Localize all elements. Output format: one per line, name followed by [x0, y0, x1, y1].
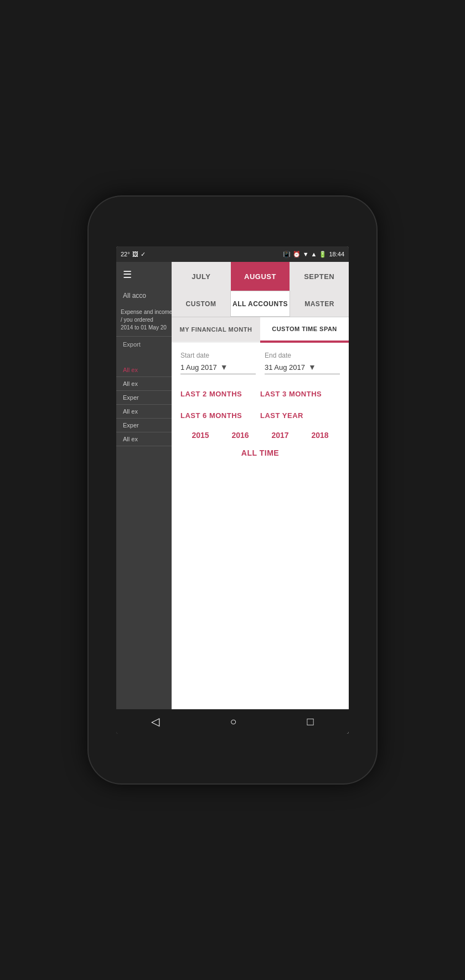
temperature: 22° — [121, 251, 130, 257]
tab-financial-month[interactable]: MY FINANCIAL MONTH — [172, 317, 260, 342]
end-date-arrow: ▼ — [308, 363, 316, 372]
image-icon: 🖼 — [132, 251, 138, 257]
last-2-months-button[interactable]: LAST 2 MONTHS — [180, 388, 260, 400]
account-tabs: CUSTOM ALL ACCOUNTS MASTER — [172, 291, 349, 317]
home-button[interactable]: ○ — [230, 715, 236, 728]
bottom-nav: ◁ ○ □ — [116, 709, 349, 734]
tab-all-accounts[interactable]: ALL ACCOUNTS — [230, 291, 290, 317]
year-2016-button[interactable]: 2016 — [231, 431, 249, 440]
end-date-label: End date — [265, 352, 340, 359]
menu-icon[interactable]: ☰ — [116, 262, 177, 287]
phone-screen: 22° 🖼 ✓ 📳 ⏰ ▼ ▲ 🔋 18:44 ☰ All acco Expen… — [116, 246, 349, 734]
tab-september[interactable]: SEPTEN — [290, 262, 349, 291]
tab-custom-time-span[interactable]: CUSTOM TIME SPAN — [260, 317, 349, 342]
signal-icon: ✓ — [141, 251, 146, 258]
end-date-field: End date 31 Aug 2017 ▼ — [265, 352, 340, 374]
all-time-button[interactable]: ALL TIME — [241, 448, 279, 457]
end-date-selector[interactable]: 31 Aug 2017 ▼ — [265, 363, 340, 374]
status-left: 22° 🖼 ✓ — [121, 251, 146, 258]
sidebar-item-3[interactable]: Exper — [116, 391, 177, 405]
quick-btn-row-2: LAST 6 MONTHS LAST YEAR — [180, 409, 340, 422]
sidebar-item-4[interactable]: All ex — [116, 405, 177, 419]
year-row: 2015 2016 2017 2018 — [180, 431, 340, 440]
sidebar-bg-text2: 2014 to 01 May 20 — [121, 324, 173, 332]
sidebar-item-1[interactable]: All ex — [116, 363, 177, 377]
clock: 18:44 — [329, 251, 344, 257]
tab-july[interactable]: JULY — [172, 262, 231, 291]
start-date-value: 1 Aug 2017 — [180, 363, 217, 372]
phone-device: 22° 🖼 ✓ 📳 ⏰ ▼ ▲ 🔋 18:44 ☰ All acco Expen… — [89, 197, 376, 783]
status-bar: 22° 🖼 ✓ 📳 ⏰ ▼ ▲ 🔋 18:44 — [116, 246, 349, 262]
tab-august[interactable]: AUGUST — [231, 262, 290, 291]
date-row: Start date 1 Aug 2017 ▼ End date 31 Aug … — [180, 352, 340, 374]
network-icon: ▲ — [311, 251, 317, 257]
sidebar-items: All ex All ex Exper All ex Exper All ex — [116, 363, 177, 446]
year-2015-button[interactable]: 2015 — [192, 431, 209, 440]
year-2017-button[interactable]: 2017 — [271, 431, 288, 440]
end-date-value: 31 Aug 2017 — [265, 363, 305, 372]
start-date-field: Start date 1 Aug 2017 ▼ — [180, 352, 256, 374]
last-3-months-button[interactable]: LAST 3 MONTHS — [260, 388, 340, 400]
modal-panel: JULY AUGUST SEPTEN CUSTOM ALL ACCOUNTS M… — [172, 262, 349, 734]
vibrate-icon: 📳 — [283, 251, 291, 258]
quick-btn-row-1: LAST 2 MONTHS LAST 3 MONTHS — [180, 388, 340, 400]
filter-tabs: MY FINANCIAL MONTH CUSTOM TIME SPAN — [172, 317, 349, 342]
custom-time-content: Start date 1 Aug 2017 ▼ End date 31 Aug … — [172, 343, 349, 734]
tab-master[interactable]: MASTER — [290, 291, 349, 317]
sidebar-bg-text: Expense and income / you ordered — [121, 308, 173, 324]
back-button[interactable]: ◁ — [151, 715, 159, 728]
tab-custom[interactable]: CUSTOM — [172, 291, 230, 317]
sidebar-item-6[interactable]: All ex — [116, 432, 177, 446]
sidebar-all-accounts: All acco — [116, 287, 177, 304]
start-date-selector[interactable]: 1 Aug 2017 ▼ — [180, 363, 256, 374]
sidebar-export[interactable]: Export — [116, 336, 177, 352]
last-6-months-button[interactable]: LAST 6 MONTHS — [180, 409, 260, 422]
recent-button[interactable]: □ — [307, 715, 313, 728]
all-time-row: ALL TIME — [180, 448, 340, 457]
sidebar-item-2[interactable]: All ex — [116, 377, 177, 391]
battery-icon: 🔋 — [319, 251, 327, 258]
month-tabs: JULY AUGUST SEPTEN — [172, 262, 349, 291]
status-right: 📳 ⏰ ▼ ▲ 🔋 18:44 — [283, 251, 344, 258]
year-2018-button[interactable]: 2018 — [311, 431, 328, 440]
wifi-icon: ▼ — [303, 251, 309, 257]
start-date-label: Start date — [180, 352, 256, 359]
start-date-arrow: ▼ — [220, 363, 228, 372]
app-background: ☰ All acco Expense and income / you orde… — [116, 262, 349, 734]
last-year-button[interactable]: LAST YEAR — [260, 409, 340, 422]
sidebar: ☰ All acco Expense and income / you orde… — [116, 262, 177, 734]
alarm-icon: ⏰ — [293, 251, 301, 258]
sidebar-item-5[interactable]: Exper — [116, 419, 177, 432]
sidebar-bg-content: Expense and income / you ordered 2014 to… — [116, 304, 177, 336]
